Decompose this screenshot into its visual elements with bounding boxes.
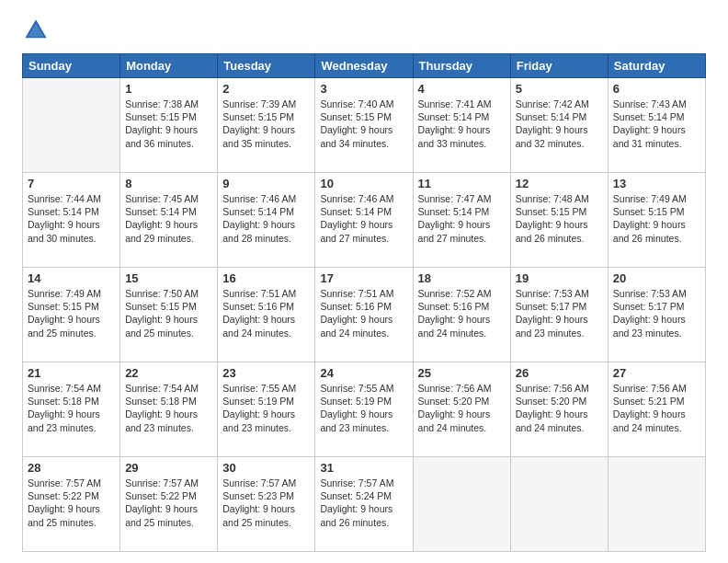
day-of-week-friday: Friday [510,54,608,78]
header [22,17,706,44]
calendar-cell: 6Sunrise: 7:43 AM Sunset: 5:14 PM Daylig… [608,78,705,173]
day-info: Sunrise: 7:39 AM Sunset: 5:15 PM Dayligh… [222,98,310,150]
calendar-cell: 12Sunrise: 7:48 AM Sunset: 5:15 PM Dayli… [510,173,608,268]
day-info: Sunrise: 7:50 AM Sunset: 5:15 PM Dayligh… [125,287,212,339]
day-info: Sunrise: 7:51 AM Sunset: 5:16 PM Dayligh… [320,287,407,339]
calendar-cell: 22Sunrise: 7:54 AM Sunset: 5:18 PM Dayli… [120,362,218,457]
day-number: 8 [125,177,212,190]
day-info: Sunrise: 7:46 AM Sunset: 5:14 PM Dayligh… [222,192,310,245]
calendar-cell: 25Sunrise: 7:56 AM Sunset: 5:20 PM Dayli… [413,362,510,457]
day-number: 18 [418,271,506,285]
day-info: Sunrise: 7:38 AM Sunset: 5:15 PM Dayligh… [125,98,212,150]
day-of-week-monday: Monday [120,54,218,78]
logo [22,17,53,44]
day-number: 3 [320,82,407,96]
day-of-week-saturday: Saturday [608,54,705,78]
day-number: 29 [125,461,212,475]
day-number: 21 [28,366,115,380]
day-number: 25 [418,366,506,380]
day-info: Sunrise: 7:42 AM Sunset: 5:14 PM Dayligh… [516,98,603,150]
calendar-cell: 11Sunrise: 7:47 AM Sunset: 5:14 PM Dayli… [413,173,510,268]
calendar-cell: 15Sunrise: 7:50 AM Sunset: 5:15 PM Dayli… [120,268,218,362]
day-info: Sunrise: 7:55 AM Sunset: 5:19 PM Dayligh… [222,382,310,434]
calendar-cell: 31Sunrise: 7:57 AM Sunset: 5:24 PM Dayli… [315,457,413,552]
day-number: 14 [28,271,115,285]
day-number: 31 [320,461,407,475]
day-info: Sunrise: 7:45 AM Sunset: 5:14 PM Dayligh… [125,192,212,245]
day-info: Sunrise: 7:56 AM Sunset: 5:20 PM Dayligh… [418,382,506,434]
calendar-cell [608,457,705,552]
calendar-cell: 8Sunrise: 7:45 AM Sunset: 5:14 PM Daylig… [120,173,218,268]
day-info: Sunrise: 7:43 AM Sunset: 5:14 PM Dayligh… [613,98,700,150]
day-number: 28 [28,461,115,475]
day-info: Sunrise: 7:56 AM Sunset: 5:21 PM Dayligh… [613,382,700,434]
day-number: 10 [320,177,407,190]
calendar-week-row: 21Sunrise: 7:54 AM Sunset: 5:18 PM Dayli… [23,362,706,457]
day-number: 20 [613,271,700,285]
calendar-week-row: 1Sunrise: 7:38 AM Sunset: 5:15 PM Daylig… [23,78,706,173]
day-number: 9 [222,177,310,190]
day-info: Sunrise: 7:49 AM Sunset: 5:15 PM Dayligh… [28,287,115,339]
calendar-cell: 16Sunrise: 7:51 AM Sunset: 5:16 PM Dayli… [218,268,315,362]
day-info: Sunrise: 7:57 AM Sunset: 5:23 PM Dayligh… [222,477,310,529]
day-of-week-tuesday: Tuesday [218,54,315,78]
day-number: 27 [613,366,700,380]
day-number: 23 [222,366,310,380]
calendar-cell: 13Sunrise: 7:49 AM Sunset: 5:15 PM Dayli… [608,173,705,268]
day-info: Sunrise: 7:44 AM Sunset: 5:14 PM Dayligh… [28,192,115,245]
day-info: Sunrise: 7:46 AM Sunset: 5:14 PM Dayligh… [320,192,407,245]
day-info: Sunrise: 7:41 AM Sunset: 5:14 PM Dayligh… [418,98,506,150]
day-info: Sunrise: 7:53 AM Sunset: 5:17 PM Dayligh… [516,287,603,339]
day-number: 5 [516,82,603,96]
day-info: Sunrise: 7:57 AM Sunset: 5:22 PM Dayligh… [28,477,115,529]
calendar-cell: 28Sunrise: 7:57 AM Sunset: 5:22 PM Dayli… [23,457,120,552]
day-number: 4 [418,82,506,96]
day-of-week-thursday: Thursday [413,54,510,78]
day-number: 22 [125,366,212,380]
day-number: 26 [516,366,603,380]
day-info: Sunrise: 7:57 AM Sunset: 5:22 PM Dayligh… [125,477,212,529]
day-number: 6 [613,82,700,96]
calendar-cell: 17Sunrise: 7:51 AM Sunset: 5:16 PM Dayli… [315,268,413,362]
day-number: 7 [28,177,115,190]
day-number: 1 [125,82,212,96]
calendar-week-row: 28Sunrise: 7:57 AM Sunset: 5:22 PM Dayli… [23,457,706,552]
calendar-cell: 3Sunrise: 7:40 AM Sunset: 5:15 PM Daylig… [315,78,413,173]
day-of-week-sunday: Sunday [23,54,120,78]
day-info: Sunrise: 7:47 AM Sunset: 5:14 PM Dayligh… [418,192,506,245]
day-number: 30 [222,461,310,475]
day-number: 19 [516,271,603,285]
calendar-cell: 5Sunrise: 7:42 AM Sunset: 5:14 PM Daylig… [510,78,608,173]
calendar-cell: 4Sunrise: 7:41 AM Sunset: 5:14 PM Daylig… [413,78,510,173]
calendar-cell: 24Sunrise: 7:55 AM Sunset: 5:19 PM Dayli… [315,362,413,457]
day-info: Sunrise: 7:52 AM Sunset: 5:16 PM Dayligh… [418,287,506,339]
logo-icon [22,17,50,44]
calendar-cell: 10Sunrise: 7:46 AM Sunset: 5:14 PM Dayli… [315,173,413,268]
day-info: Sunrise: 7:55 AM Sunset: 5:19 PM Dayligh… [320,382,407,434]
day-number: 15 [125,271,212,285]
day-info: Sunrise: 7:54 AM Sunset: 5:18 PM Dayligh… [125,382,212,434]
calendar-cell: 30Sunrise: 7:57 AM Sunset: 5:23 PM Dayli… [218,457,315,552]
day-info: Sunrise: 7:40 AM Sunset: 5:15 PM Dayligh… [320,98,407,150]
calendar: SundayMondayTuesdayWednesdayThursdayFrid… [22,53,706,552]
calendar-cell [510,457,608,552]
day-number: 12 [516,177,603,190]
day-number: 13 [613,177,700,190]
calendar-week-row: 7Sunrise: 7:44 AM Sunset: 5:14 PM Daylig… [23,173,706,268]
calendar-cell: 23Sunrise: 7:55 AM Sunset: 5:19 PM Dayli… [218,362,315,457]
calendar-cell [413,457,510,552]
calendar-cell: 2Sunrise: 7:39 AM Sunset: 5:15 PM Daylig… [218,78,315,173]
day-number: 2 [222,82,310,96]
day-number: 17 [320,271,407,285]
calendar-cell: 27Sunrise: 7:56 AM Sunset: 5:21 PM Dayli… [608,362,705,457]
calendar-cell: 9Sunrise: 7:46 AM Sunset: 5:14 PM Daylig… [218,173,315,268]
day-info: Sunrise: 7:56 AM Sunset: 5:20 PM Dayligh… [516,382,603,434]
calendar-cell: 20Sunrise: 7:53 AM Sunset: 5:17 PM Dayli… [608,268,705,362]
day-info: Sunrise: 7:57 AM Sunset: 5:24 PM Dayligh… [320,477,407,529]
day-info: Sunrise: 7:48 AM Sunset: 5:15 PM Dayligh… [516,192,603,245]
calendar-cell: 18Sunrise: 7:52 AM Sunset: 5:16 PM Dayli… [413,268,510,362]
day-info: Sunrise: 7:54 AM Sunset: 5:18 PM Dayligh… [28,382,115,434]
day-info: Sunrise: 7:53 AM Sunset: 5:17 PM Dayligh… [613,287,700,339]
calendar-cell: 14Sunrise: 7:49 AM Sunset: 5:15 PM Dayli… [23,268,120,362]
calendar-cell: 7Sunrise: 7:44 AM Sunset: 5:14 PM Daylig… [23,173,120,268]
